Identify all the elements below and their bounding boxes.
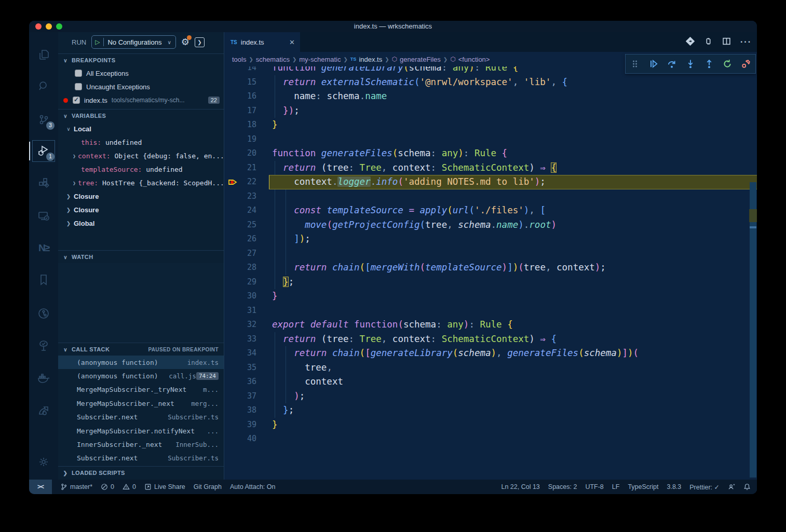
- start-debugging-icon[interactable]: ▷: [95, 38, 100, 46]
- call-stack-frame[interactable]: MergeMapSubscriber._tryNextm...: [58, 383, 224, 397]
- variables-scope-row[interactable]: ❯Global: [58, 216, 224, 230]
- activity-test-explorer[interactable]: [29, 332, 58, 359]
- breadcrumb-item[interactable]: schematics: [256, 56, 290, 63]
- watch-header[interactable]: ∨ WATCH: [58, 250, 224, 263]
- line-number[interactable]: 33: [224, 332, 256, 347]
- activity-explorer[interactable]: [29, 42, 58, 69]
- call-stack-frame[interactable]: MergeMapSubscriber.notifyNext...: [58, 424, 224, 438]
- status-live-share[interactable]: Live Share: [144, 483, 185, 490]
- code-line-36[interactable]: 36 context: [224, 375, 757, 389]
- status-feedback[interactable]: [728, 483, 735, 490]
- breadcrumb-item[interactable]: <function>: [458, 56, 490, 63]
- line-number[interactable]: 18: [224, 118, 256, 132]
- activity-search[interactable]: [29, 73, 58, 100]
- line-number[interactable]: 14: [224, 66, 256, 75]
- step-out-button[interactable]: [702, 57, 716, 71]
- call-stack-header[interactable]: ∨ CALL STACK PAUSED ON BREAKPOINT: [58, 343, 224, 356]
- code-line-39[interactable]: 39}: [224, 418, 757, 432]
- code-line-21[interactable]: 21 return (tree: Tree, context: Schemati…: [224, 161, 757, 175]
- toolbar-drag-grip[interactable]: [628, 57, 642, 71]
- status-warnings[interactable]: 0: [123, 483, 136, 490]
- line-number[interactable]: 27: [224, 247, 256, 261]
- line-number[interactable]: 40: [224, 432, 256, 446]
- line-number[interactable]: 26: [224, 232, 256, 247]
- status-prettier[interactable]: Prettier: ✓: [689, 483, 720, 491]
- variable-row[interactable]: templateSource: undefined: [58, 162, 224, 176]
- code-line-18[interactable]: 18}: [224, 118, 757, 132]
- activity-source-control[interactable]: 3: [29, 106, 58, 133]
- call-stack-frame[interactable]: (anonymous function)call.js74:24: [58, 369, 224, 383]
- line-number[interactable]: 24: [224, 203, 256, 218]
- status-indentation[interactable]: Spaces: 2: [548, 483, 577, 490]
- variable-row[interactable]: ❯context: Object {debug: false, en...: [58, 149, 224, 162]
- call-stack-frame[interactable]: Subscriber.nextSubscriber.ts: [58, 452, 224, 465]
- line-number[interactable]: 30: [224, 289, 256, 304]
- code-line-25[interactable]: 25 move(getProjectConfig(tree, schema.na…: [224, 218, 757, 233]
- status-notifications[interactable]: [743, 483, 751, 490]
- line-number[interactable]: 29: [224, 275, 256, 290]
- code-line-35[interactable]: 35 tree,: [224, 361, 757, 375]
- code-line-27[interactable]: 27: [224, 247, 757, 261]
- variable-row[interactable]: this: undefined: [58, 135, 224, 149]
- status-remote-indicator[interactable]: ><: [29, 480, 52, 494]
- line-number[interactable]: 19: [224, 132, 256, 147]
- activity-project-manager[interactable]: [29, 397, 58, 424]
- code-area[interactable]: 14function generateLibrary(schema: any):…: [224, 66, 757, 480]
- line-number[interactable]: 16: [224, 89, 256, 104]
- restart-button[interactable]: [721, 57, 734, 71]
- variables-scope-row[interactable]: ❯Closure: [58, 203, 224, 216]
- activity-settings[interactable]: [29, 448, 58, 475]
- line-number[interactable]: 38: [224, 403, 256, 418]
- code-line-17[interactable]: 17 });: [224, 104, 757, 118]
- code-line-24[interactable]: 24 const templateSource = apply(url('./f…: [224, 203, 757, 218]
- activity-bookmarks[interactable]: [29, 266, 58, 293]
- activity-remote-explorer[interactable]: [29, 202, 58, 229]
- variable-row[interactable]: ❯tree: HostTree {_backend: ScopedH...: [58, 176, 224, 189]
- configure-gear-button[interactable]: ⚙: [181, 36, 189, 48]
- line-number[interactable]: 32: [224, 318, 256, 332]
- activity-nx-console[interactable]: N≥: [29, 235, 58, 262]
- breadcrumb-item[interactable]: generateFiles: [400, 56, 441, 63]
- line-number[interactable]: 36: [224, 375, 256, 389]
- status-cursor-position[interactable]: Ln 22, Col 13: [501, 483, 539, 490]
- call-stack-frame[interactable]: (anonymous function)index.ts: [58, 356, 224, 369]
- code-line-23[interactable]: 23: [224, 189, 757, 204]
- code-line-26[interactable]: 26 ]);: [224, 232, 757, 247]
- step-into-button[interactable]: [684, 57, 697, 71]
- code-line-29[interactable]: 29 };: [224, 275, 757, 290]
- status-ts-version[interactable]: 3.8.3: [667, 483, 681, 490]
- line-number[interactable]: 23: [224, 189, 256, 204]
- breadcrumb-item[interactable]: tools: [232, 56, 246, 63]
- code-line-37[interactable]: 37 );: [224, 389, 757, 404]
- disconnect-button[interactable]: [739, 57, 753, 71]
- code-line-20[interactable]: 20function generateFiles(schema: any): R…: [224, 146, 757, 161]
- status-auto-attach[interactable]: Auto Attach: On: [230, 483, 276, 490]
- call-stack-frame[interactable]: InnerSubscriber._nextInnerSub...: [58, 438, 224, 451]
- open-changes-icon[interactable]: [686, 37, 695, 48]
- line-number[interactable]: 35: [224, 361, 256, 375]
- line-number[interactable]: 15: [224, 75, 256, 90]
- activity-run-and-debug[interactable]: 1: [29, 138, 58, 165]
- status-encoding[interactable]: UTF-8: [585, 483, 603, 490]
- code-line-31[interactable]: 31: [224, 304, 757, 318]
- editor-scrollbar[interactable]: [749, 66, 757, 480]
- code-line-22[interactable]: 22 context.logger.info('adding NOTES.md …: [224, 175, 757, 189]
- breakpoint-row[interactable]: index.tstools/schematics/my-sch...22: [58, 93, 224, 107]
- call-stack-frame[interactable]: MergeMapSubscriber._nextmerg...: [58, 397, 224, 410]
- breakpoint-row[interactable]: All Exceptions: [58, 66, 224, 80]
- line-number[interactable]: 37: [224, 389, 256, 404]
- code-line-30[interactable]: 30}: [224, 289, 757, 304]
- code-line-28[interactable]: 28 return chain([mergeWith(templateSourc…: [224, 261, 757, 275]
- line-number[interactable]: 34: [224, 346, 256, 361]
- loaded-scripts-header[interactable]: ❯ LOADED SCRIPTS: [58, 466, 224, 479]
- activity-extensions[interactable]: [29, 170, 58, 197]
- sync-changes-icon[interactable]: [704, 37, 713, 48]
- more-actions-icon[interactable]: ···: [740, 37, 752, 47]
- status-git-graph[interactable]: Git Graph: [194, 483, 222, 490]
- close-tab-icon[interactable]: ✕: [289, 38, 295, 46]
- activity-docker[interactable]: [29, 364, 58, 391]
- line-number[interactable]: 25: [224, 218, 256, 233]
- line-number[interactable]: 28: [224, 261, 256, 275]
- variables-scope-row[interactable]: ∨Local: [58, 122, 224, 135]
- code-line-40[interactable]: 40: [224, 432, 757, 446]
